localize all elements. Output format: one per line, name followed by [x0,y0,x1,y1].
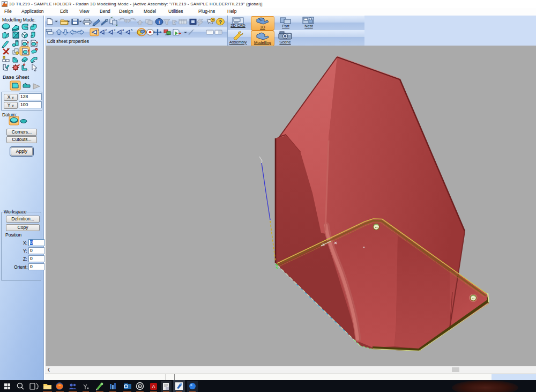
svg-text:4: 4 [122,28,124,31]
svg-text:?: ? [219,19,222,24]
svg-text:?: ? [212,18,214,21]
svg-text:1: 1 [98,28,99,31]
svg-text:i: i [158,19,160,25]
svg-text:DB: DB [165,34,169,36]
svg-text:3: 3 [114,28,115,31]
svg-text:A: A [152,384,155,389]
svg-text:2: 2 [105,28,107,31]
svg-text:5: 5 [131,28,132,31]
